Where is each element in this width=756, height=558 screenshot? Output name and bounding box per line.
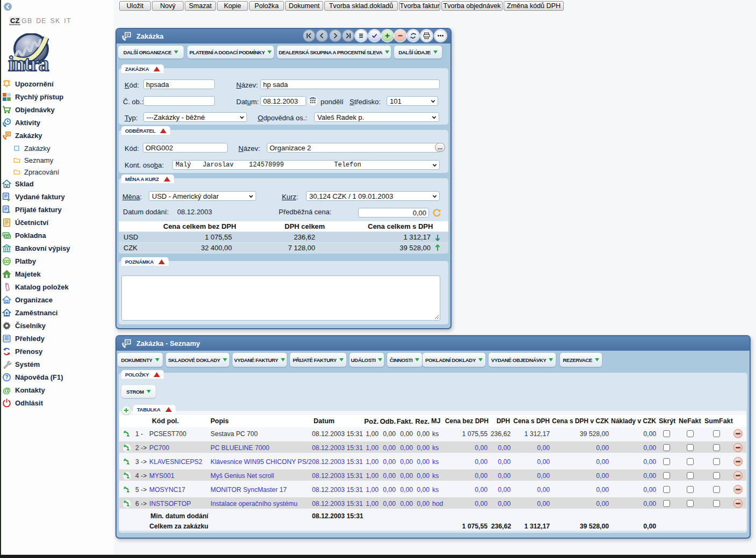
svg-text:?: ? [5, 374, 8, 380]
svg-text:intra: intra [8, 52, 49, 73]
svg-text:@: @ [3, 386, 11, 395]
